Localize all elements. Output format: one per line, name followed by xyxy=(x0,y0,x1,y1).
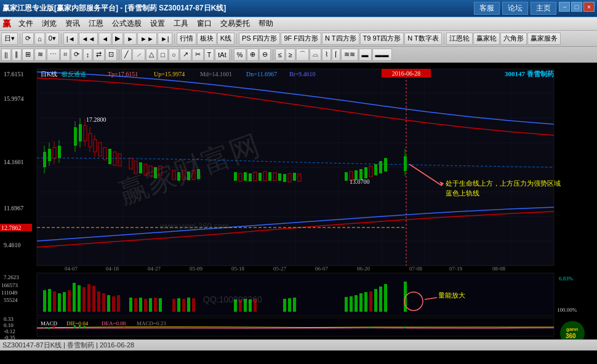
tb2-draw6[interactable]: ↗ xyxy=(180,49,191,61)
menu-formula[interactable]: 公式选股 xyxy=(108,17,145,30)
tb2-zin[interactable]: ⊕ xyxy=(247,49,258,61)
menu-jianen[interactable]: 江恩 xyxy=(85,17,107,30)
window-buttons: － □ × xyxy=(559,2,595,15)
menu-tools[interactable]: 工具 xyxy=(170,17,192,30)
svg-text:9.4610: 9.4610 xyxy=(4,242,21,248)
tb2-zout[interactable]: ⊖ xyxy=(259,49,271,61)
chart-area[interactable]: 2016-06-28 xyxy=(0,63,597,339)
svg-text:Bt=9.4610: Bt=9.4610 xyxy=(289,71,316,77)
svg-text:08-08: 08-08 xyxy=(492,266,505,272)
svg-rect-163 xyxy=(293,298,296,312)
tb2-angle3[interactable]: ⌒ xyxy=(296,49,309,61)
maximize-btn[interactable]: □ xyxy=(571,2,582,12)
tb2-btn2[interactable]: ∥ xyxy=(12,49,22,61)
btn-n-tsz[interactable]: N T数字表 xyxy=(404,33,442,45)
btn-n-t4[interactable]: N T四方形 xyxy=(322,33,359,45)
tb2-draw4[interactable]: □ xyxy=(158,49,168,61)
tb2-angle4[interactable]: ⌓ xyxy=(310,49,321,61)
btn-yjl[interactable]: 赢家轮 xyxy=(473,33,500,45)
btn-kx[interactable]: K线 xyxy=(217,33,234,45)
svg-text:04-27: 04-27 xyxy=(148,266,161,272)
tb2-draw5[interactable]: ○ xyxy=(169,49,179,61)
tb2-btn7[interactable]: ⟳ xyxy=(71,49,82,61)
btn-yj-service[interactable]: 赢家服务 xyxy=(527,33,561,45)
svg-text:0.33: 0.33 xyxy=(4,316,14,322)
svg-rect-138 xyxy=(92,286,95,312)
tb2-draw8[interactable]: T xyxy=(204,49,215,61)
svg-rect-36 xyxy=(74,127,77,146)
menu-news[interactable]: 资讯 xyxy=(62,17,84,30)
svg-text:07-19: 07-19 xyxy=(449,266,462,272)
menu-trade[interactable]: 交易委托 xyxy=(217,17,254,30)
btn-jel[interactable]: 江恩轮 xyxy=(446,33,473,45)
svg-rect-193 xyxy=(43,327,45,328)
tb2-angle2[interactable]: ≥ xyxy=(286,49,295,61)
tb2-btn5[interactable]: ⋯ xyxy=(47,49,60,61)
btn-refresh[interactable]: ⟳ xyxy=(22,33,34,45)
tb2-btn3[interactable]: ⊞ xyxy=(22,49,34,61)
menu-window[interactable]: 窗口 xyxy=(193,17,215,30)
tb2-draw2[interactable]: ⟋ xyxy=(132,49,145,61)
tb2-draw7[interactable]: ✂ xyxy=(192,49,204,61)
svg-text:Up=15.9974: Up=15.9974 xyxy=(154,71,185,77)
menu-help[interactable]: 帮助 xyxy=(255,17,277,30)
svg-rect-153 xyxy=(182,299,185,312)
menu-browse[interactable]: 浏览 xyxy=(38,17,60,30)
svg-text:www.yingj-360.com: www.yingj-360.com xyxy=(159,221,229,231)
kefu-btn[interactable]: 客服 xyxy=(474,2,500,15)
svg-rect-168 xyxy=(364,292,367,312)
tb2-btn1[interactable]: || xyxy=(1,49,11,61)
btn-nav1[interactable]: |◄ xyxy=(63,33,78,45)
svg-text:0.10: 0.10 xyxy=(4,322,14,328)
svg-rect-131 xyxy=(58,293,61,312)
tb2-draw9[interactable]: tAt xyxy=(215,49,229,61)
svg-text:QQ:100800360: QQ:100800360 xyxy=(203,295,262,304)
svg-rect-90 xyxy=(379,161,382,173)
btn-hq[interactable]: 行情 xyxy=(177,33,196,45)
btn-ps-f4[interactable]: PS F四方形 xyxy=(239,33,280,45)
tb2-draw1[interactable]: ╱ xyxy=(121,49,132,61)
tb2-angle1[interactable]: ≤ xyxy=(275,49,285,61)
svg-rect-170 xyxy=(374,289,377,312)
svg-text:gann: gann xyxy=(566,326,578,332)
tb2-wave[interactable]: ≋≋ xyxy=(341,49,358,61)
sep5 xyxy=(444,33,444,44)
menu-file[interactable]: 文件 xyxy=(15,17,37,30)
btn-ljx[interactable]: 六角形 xyxy=(500,33,527,45)
btn-nav2[interactable]: ◄◄ xyxy=(79,33,98,45)
tb2-btn9[interactable]: ⇄ xyxy=(93,49,105,61)
svg-rect-78 xyxy=(278,173,281,181)
luntan-btn[interactable]: 论坛 xyxy=(502,2,528,15)
btn-bk[interactable]: 板块 xyxy=(197,33,217,45)
close-btn[interactable]: × xyxy=(583,2,595,12)
svg-text:-0.35: -0.35 xyxy=(4,334,15,339)
btn-play[interactable]: ▶ xyxy=(112,33,123,45)
period-day[interactable]: 日▾ xyxy=(1,33,18,45)
tb2-bar[interactable]: ▬ xyxy=(359,49,372,61)
svg-rect-171 xyxy=(379,287,382,312)
tb2-angle6[interactable]: ⌈ xyxy=(332,49,340,61)
svg-text:17.6151: 17.6151 xyxy=(4,71,24,77)
tb2-draw3[interactable]: △ xyxy=(146,49,157,61)
btn-home[interactable]: ⌂ xyxy=(34,33,45,45)
minimize-btn[interactable]: － xyxy=(559,2,570,12)
tb2-btn4[interactable]: ≋ xyxy=(34,49,46,61)
btn-nav3[interactable]: ◄ xyxy=(98,33,111,45)
btn-nav6[interactable]: ►| xyxy=(158,33,172,45)
btn-t9-9t4[interactable]: T9 9T四方形 xyxy=(360,33,404,45)
menu-settings[interactable]: 设置 xyxy=(146,17,169,30)
svg-rect-136 xyxy=(82,287,86,312)
btn-nav4[interactable]: ► xyxy=(124,33,137,45)
btn-9f-f4[interactable]: 9F F四方形 xyxy=(281,33,321,45)
btn-nav5[interactable]: ►► xyxy=(137,33,157,45)
btn-0[interactable]: 0▾ xyxy=(46,33,59,45)
svg-rect-141 xyxy=(107,295,110,312)
tb2-pct[interactable]: % xyxy=(234,49,246,61)
svg-rect-195 xyxy=(53,326,55,328)
tb2-bar2[interactable]: ▬▬ xyxy=(372,49,392,61)
tb2-angle5[interactable]: ⌇ xyxy=(322,49,331,61)
tb2-btn10[interactable]: ⊡ xyxy=(105,49,117,61)
tb2-btn8[interactable]: ↕ xyxy=(83,49,93,61)
zhuye-btn[interactable]: 主页 xyxy=(531,2,556,15)
tb2-btn6[interactable]: ⌗ xyxy=(60,49,70,61)
